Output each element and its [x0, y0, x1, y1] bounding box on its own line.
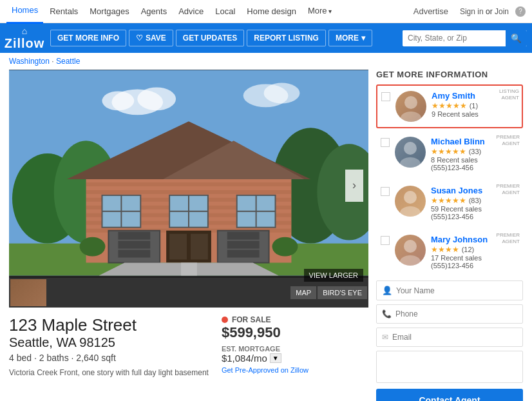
avatar-icon-3	[395, 235, 426, 266]
nav-rentals[interactable]: Rentals	[44, 0, 83, 23]
property-image	[9, 70, 368, 276]
sign-in-join: Sign in or Join	[460, 7, 509, 16]
save-button[interactable]: ♡ SAVE	[129, 30, 173, 46]
logo[interactable]: ⌂ Zillow	[5, 26, 44, 51]
property-price-value: $599,950	[222, 324, 337, 341]
svg-point-44	[264, 83, 300, 104]
agent-sales-3: 17 Recent sales	[431, 254, 518, 262]
svg-rect-8	[86, 190, 292, 194]
get-updates-button[interactable]: GET UPDATES	[176, 30, 244, 46]
action-buttons: GET MORE INFO ♡ SAVE GET UPDATES REPORT …	[50, 30, 372, 46]
svg-point-46	[401, 112, 421, 122]
nav-advice[interactable]: Advice	[173, 0, 209, 23]
nav-more[interactable]: More	[303, 0, 337, 23]
chevron-down-icon: ▾	[361, 34, 365, 43]
top-nav-right: Advertise Sign in or Join ?	[408, 0, 526, 23]
sidebar-title: GET MORE INFORMATION	[376, 70, 523, 79]
svg-point-41	[137, 87, 176, 110]
next-image-button[interactable]: ›	[345, 170, 363, 202]
agent-avatar-1	[395, 137, 426, 168]
report-listing-button[interactable]: REPORT LISTING	[247, 30, 326, 46]
message-textarea[interactable]	[376, 351, 523, 383]
name-input[interactable]	[396, 286, 517, 295]
agent-card-0[interactable]: Amy Smith ★★★★★ (1) 9 Recent sales LISTI…	[376, 84, 523, 128]
help-icon[interactable]: ?	[515, 6, 526, 17]
avatar-icon-2	[395, 186, 426, 217]
agent-checkbox-0[interactable]	[381, 92, 390, 101]
logo-bar: ⌂ Zillow GET MORE INFO ♡ SAVE GET UPDATE…	[0, 23, 532, 53]
agent-card-3[interactable]: Mary Johnson ★★★★ (12) 17 Recent sales (…	[376, 229, 523, 275]
property-beds-baths: 4 bed · 2 baths · 2,640 sqft	[9, 353, 209, 363]
search-button[interactable]: 🔍	[506, 30, 527, 46]
breadcrumb-city[interactable]: Seattle	[56, 57, 80, 66]
agent-checkbox-2[interactable]	[381, 187, 390, 196]
agent-stars-2: ★★★★★ (83)	[431, 195, 518, 205]
svg-point-51	[404, 240, 417, 253]
for-sale-badge: FOR SALE	[222, 315, 337, 324]
agent-avatar-0	[395, 91, 426, 122]
agent-phone-1[interactable]: (555)123-456	[431, 164, 518, 171]
for-sale-text: FOR SALE	[232, 315, 271, 324]
nav-agents[interactable]: Agents	[136, 0, 172, 23]
mortgage-calc-button[interactable]: ▼	[270, 353, 281, 363]
person-icon: 👤	[382, 286, 392, 295]
svg-point-47	[404, 142, 417, 155]
agent-phone-2[interactable]: (555)123-456	[431, 213, 518, 220]
email-input[interactable]	[392, 333, 517, 342]
svg-point-52	[400, 255, 421, 266]
top-navigation: Homes Rentals Mortgages Agents Advice Lo…	[0, 0, 532, 23]
search-input[interactable]	[403, 30, 506, 46]
join-link[interactable]: Join	[495, 7, 509, 16]
agent-badge-3: PREMIERAGENT	[497, 232, 520, 244]
nav-home-design[interactable]: Home design	[242, 0, 301, 23]
svg-rect-35	[191, 234, 208, 260]
svg-rect-39	[181, 263, 197, 276]
property-info: 123 Maple Street Seattle, WA 98125 4 bed…	[9, 315, 368, 377]
logo-text: Zillow	[5, 36, 45, 51]
avatar-icon-0	[395, 91, 426, 122]
contact-agent-button[interactable]: Contact Agent	[376, 389, 523, 401]
left-side: VIEW LARGER › MAP BIRD'S EYE 123 Maple S…	[9, 70, 368, 401]
pre-approve-link[interactable]: Get Pre-Approved on Zillow	[222, 366, 337, 374]
breadcrumb: Washington · Seattle	[0, 53, 532, 70]
agent-stars-1: ★★★★★ (33)	[431, 146, 518, 156]
view-larger-button[interactable]: VIEW LARGER	[304, 269, 363, 282]
thumbnail-1[interactable]	[10, 279, 46, 306]
email-icon: ✉	[382, 333, 388, 342]
contact-form: 👤 📞 ✉ Contact Agent I want to get pre-ap…	[376, 280, 523, 401]
sign-in-link[interactable]: Sign in	[460, 7, 484, 16]
agent-checkbox-3[interactable]	[381, 236, 390, 245]
svg-point-37	[80, 237, 106, 257]
agent-avatar-3	[395, 235, 426, 266]
agent-phone-3[interactable]: (555)123-456	[431, 262, 518, 269]
property-address: 123 Maple Street Seattle, WA 98125 4 bed…	[9, 315, 209, 377]
phone-input-wrapper: 📞	[376, 304, 523, 324]
more-button[interactable]: MORE ▾	[328, 30, 372, 46]
property-image-area: VIEW LARGER › MAP BIRD'S EYE	[9, 70, 368, 308]
nav-homes[interactable]: Homes	[6, 0, 43, 24]
agent-checkbox-1[interactable]	[381, 138, 390, 147]
property-description: Victoria Creek Front, one story with ful…	[9, 368, 209, 377]
svg-rect-34	[169, 234, 187, 260]
svg-point-38	[272, 237, 298, 257]
nav-local[interactable]: Local	[210, 0, 240, 23]
svg-point-45	[404, 96, 417, 109]
breadcrumb-state[interactable]: Washington	[9, 57, 50, 66]
phone-input[interactable]	[395, 309, 517, 318]
advertise-link[interactable]: Advertise	[408, 0, 453, 23]
agent-avatar-2	[395, 186, 426, 217]
search-icon: 🔍	[511, 34, 522, 43]
name-input-wrapper: 👤	[376, 280, 523, 300]
birds-eye-button[interactable]: BIRD'S EYE	[318, 286, 367, 299]
get-more-info-button[interactable]: GET MORE INFO	[50, 30, 126, 46]
svg-rect-32	[227, 250, 260, 258]
agent-card-1[interactable]: Michael Blinn ★★★★★ (33) 8 Recent sales …	[376, 131, 523, 177]
address-line2: Seattle, WA 98125	[9, 335, 209, 350]
agent-card-2[interactable]: Susan Jones ★★★★★ (83) 59 Recent sales (…	[376, 180, 523, 226]
email-input-wrapper: ✉	[376, 328, 523, 347]
map-button[interactable]: MAP	[290, 286, 316, 299]
nav-mortgages[interactable]: Mortgages	[84, 0, 134, 23]
address-line1: 123 Maple Street	[9, 315, 209, 335]
mortgage-amount: $1,084/mo ▼	[222, 353, 337, 364]
est-mortgage-label: EST. MORTGAGE	[222, 345, 337, 353]
